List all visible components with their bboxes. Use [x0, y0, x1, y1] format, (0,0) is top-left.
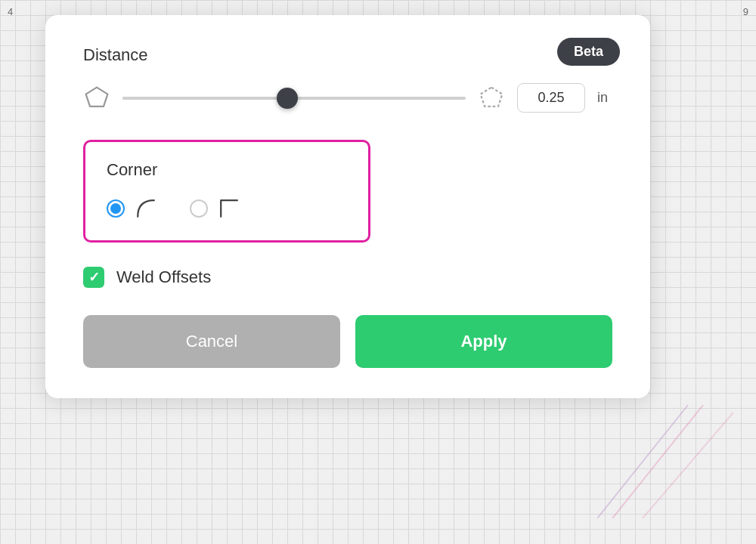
corner-number-top-left: 4 — [8, 6, 13, 17]
svg-line-0 — [597, 405, 688, 518]
distance-value-input[interactable] — [517, 83, 585, 113]
cancel-button[interactable]: Cancel — [83, 315, 340, 368]
distance-slider-row: in — [83, 83, 612, 113]
weld-offsets-label: Weld Offsets — [116, 267, 211, 287]
corner-sharp-icon — [215, 195, 243, 222]
corner-rounded-icon — [132, 195, 160, 222]
distance-slider[interactable] — [122, 96, 466, 100]
slider-thumb[interactable] — [277, 88, 298, 109]
radio-rounded[interactable] — [107, 199, 125, 218]
corner-section: Corner — [83, 140, 370, 243]
beta-badge: Beta — [557, 38, 620, 66]
corner-option-sharp[interactable] — [190, 199, 208, 218]
radio-sharp[interactable] — [190, 199, 208, 218]
background-diagonal-lines — [597, 382, 733, 521]
svg-line-2 — [643, 413, 733, 518]
corner-options — [107, 195, 347, 222]
corner-title: Corner — [107, 160, 347, 180]
corner-option-rounded[interactable] — [107, 199, 125, 218]
distance-unit: in — [597, 90, 612, 106]
weld-offsets-checkbox[interactable]: ✓ — [83, 267, 104, 288]
dialog-panel: Beta Distance in Corner — [45, 15, 650, 398]
distance-title: Distance — [83, 45, 612, 65]
corner-number-top-right: 9 — [743, 6, 748, 17]
checkmark-icon: ✓ — [88, 269, 100, 286]
button-row: Cancel Apply — [83, 315, 612, 368]
svg-marker-3 — [86, 87, 108, 106]
pentagon-solid-icon — [83, 85, 110, 112]
apply-button[interactable]: Apply — [355, 315, 612, 368]
weld-offsets-row: ✓ Weld Offsets — [83, 267, 612, 288]
pentagon-dashed-icon — [478, 85, 505, 112]
svg-marker-4 — [481, 87, 503, 106]
